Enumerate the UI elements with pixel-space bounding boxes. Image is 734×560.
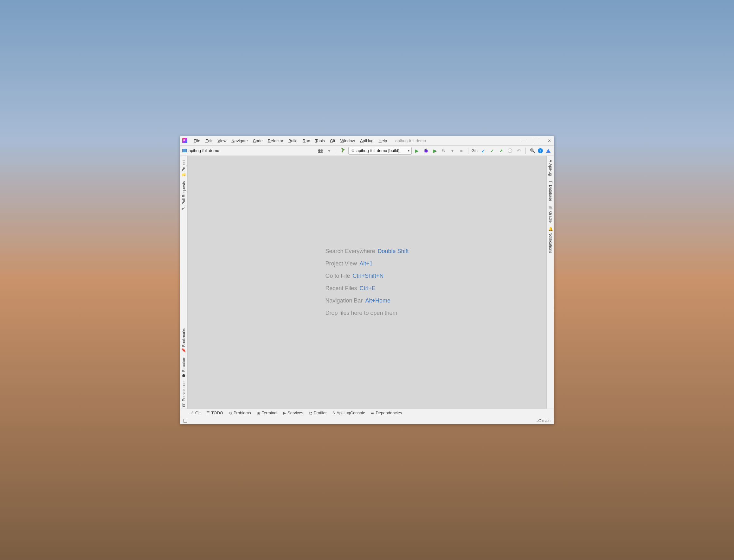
list-icon: ☰ [206, 411, 210, 415]
folder-icon: 📁 [182, 173, 186, 177]
apihug-icon: A [332, 411, 335, 415]
tool-window-label: Database [548, 185, 553, 201]
tool-window-database[interactable]: 🗃Database [548, 178, 553, 203]
tool-window-label: Structure [182, 357, 186, 372]
separator [468, 148, 469, 154]
update-badge-icon[interactable]: ↑ [538, 148, 543, 153]
profiler-button[interactable] [440, 147, 447, 154]
menu-git[interactable]: Git [327, 137, 338, 144]
tool-window-label: Project [182, 160, 186, 171]
tool-window-persistence[interactable]: 🗄Persistence [181, 379, 187, 409]
code-with-me-icon[interactable] [317, 147, 324, 154]
separator [526, 148, 526, 154]
right-tool-stripe: AApiHug🗃Database🐘Gradle🔔Notifications [547, 156, 554, 409]
tool-window-profiler[interactable]: ◔Profiler [309, 410, 327, 415]
stop-button[interactable] [458, 147, 465, 154]
jetbrains-toolbox-icon[interactable] [545, 147, 552, 154]
tool-window-apihugconsole[interactable]: AApiHugConsole [332, 410, 365, 415]
hint-shortcut: Double Shift [378, 248, 409, 255]
bookmark-icon: 🔖 [182, 348, 186, 353]
tool-window-label: Gradle [548, 211, 553, 223]
tool-window-problems[interactable]: ⊘Problems [229, 410, 251, 415]
dropdown-icon[interactable]: ▾ [326, 147, 333, 154]
editor-hint: Search EverywhereDouble Shift [325, 248, 409, 255]
menu-window[interactable]: Window [338, 137, 357, 144]
tool-window-label: TODO [211, 410, 223, 415]
debug-button[interactable] [423, 147, 430, 154]
git-branch-widget[interactable]: main [536, 418, 551, 423]
menu-file[interactable]: File [191, 137, 203, 144]
branch-icon [536, 418, 541, 423]
tool-window-todo[interactable]: ☰TODO [206, 410, 223, 415]
database-icon: 🗃 [548, 180, 553, 184]
tool-window-label: Terminal [262, 410, 277, 415]
git-label: Git: [472, 148, 478, 153]
build-icon[interactable] [339, 147, 346, 154]
editor-hint: Go to FileCtrl+Shift+N [325, 273, 409, 279]
menu-build[interactable]: Build [286, 137, 300, 144]
git-push-button[interactable] [498, 147, 505, 154]
tool-window-label: Bookmarks [182, 328, 186, 347]
tool-window-label: Dependencies [376, 410, 402, 415]
tool-window-gradle[interactable]: 🐘Gradle [548, 203, 553, 225]
tool-window-services[interactable]: ▶Services [283, 410, 303, 415]
deps-icon: ≣ [371, 411, 374, 415]
editor-empty-state[interactable]: Search EverywhereDouble ShiftProject Vie… [187, 156, 547, 409]
tool-window-git[interactable]: ⎇Git [189, 410, 201, 415]
menu-code[interactable]: Code [250, 137, 265, 144]
maximize-button[interactable] [534, 138, 539, 143]
git-commit-button[interactable] [489, 147, 496, 154]
apihug-icon: A [548, 160, 553, 162]
tool-window-bookmarks[interactable]: 🔖Bookmarks [181, 326, 187, 355]
tool-window-label: Profiler [314, 410, 327, 415]
git-pull-button[interactable] [480, 147, 487, 154]
window-controls [521, 138, 552, 143]
persistence-icon: 🗄 [182, 403, 186, 407]
git-history-button[interactable] [507, 147, 514, 154]
search-button[interactable] [529, 147, 536, 154]
tool-window-label: Problems [233, 410, 251, 415]
navigation-bar[interactable]: apihug-full-demo [182, 148, 219, 153]
menu-view[interactable]: View [215, 137, 229, 144]
hint-shortcut: Ctrl+Shift+N [352, 273, 384, 279]
tool-window-label: ApiHugConsole [336, 410, 365, 415]
tool-window-dependencies[interactable]: ≣Dependencies [371, 410, 402, 415]
tool-window-pull-requests[interactable]: ⎇Pull Requests [181, 179, 187, 212]
editor-hint: Navigation BarAlt+Home [325, 297, 409, 304]
menu-edit[interactable]: Edit [203, 137, 215, 144]
run-configuration-selector[interactable]: ⚙ apihug-full-demo [build] [348, 147, 412, 155]
hint-text: Recent Files [325, 285, 357, 292]
gear-icon: ⚙ [351, 149, 354, 153]
branch-name: main [542, 418, 551, 423]
menu-help[interactable]: Help [376, 137, 390, 144]
close-button[interactable] [547, 138, 552, 143]
gradle-icon: 🐘 [548, 205, 553, 210]
menu-run[interactable]: Run [300, 137, 313, 144]
coverage-button[interactable] [431, 147, 438, 154]
editor-hints: Search EverywhereDouble ShiftProject Vie… [325, 248, 409, 316]
tool-window-project[interactable]: 📁Project [181, 158, 187, 179]
tool-window-structure[interactable]: ⬢Structure [181, 355, 187, 380]
menu-tools[interactable]: Tools [313, 137, 327, 144]
hint-shortcut: Ctrl+E [359, 285, 376, 292]
tool-window-terminal[interactable]: ▣Terminal [257, 410, 277, 415]
body: 📁Project⎇Pull Requests 🔖Bookmarks⬢Struct… [180, 156, 554, 409]
git-rollback-button[interactable] [515, 147, 522, 154]
tool-window-label: Services [287, 410, 303, 415]
pr-icon: ⎇ [182, 206, 186, 210]
services-icon: ▶ [283, 411, 286, 415]
dropdown-icon[interactable]: ▾ [449, 147, 456, 154]
tool-window-apihug[interactable]: AApiHug [548, 158, 553, 178]
tool-window-notifications[interactable]: 🔔Notifications [548, 225, 553, 255]
tool-window-toggle-icon[interactable] [183, 419, 187, 423]
run-button[interactable] [414, 147, 421, 154]
menu-navigate[interactable]: Navigate [229, 137, 250, 144]
menu-refactor[interactable]: Refactor [265, 137, 286, 144]
minimize-button[interactable] [521, 138, 527, 143]
menu-apihug[interactable]: ApiHug [357, 137, 376, 144]
bottom-tool-stripe: ⎇Git☰TODO⊘Problems▣Terminal▶Services◔Pro… [180, 409, 554, 417]
tool-window-label: Git [195, 410, 201, 415]
editor-hint: Recent FilesCtrl+E [325, 285, 409, 292]
editor-hint: Project ViewAlt+1 [325, 260, 409, 267]
tool-window-label: Pull Requests [182, 181, 186, 205]
